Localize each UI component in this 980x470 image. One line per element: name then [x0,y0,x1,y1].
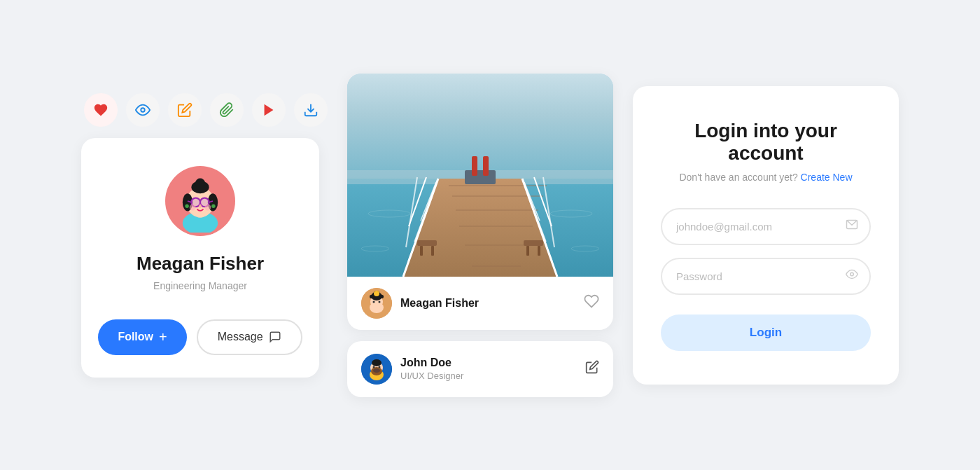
main-container: Meagan Fisher Engineering Manager Follow… [0,46,980,425]
message-button[interactable]: Message [197,319,302,355]
svg-rect-49 [417,240,437,246]
email-input[interactable] [661,208,871,245]
login-panel: Login into your account Don't have an ac… [633,86,899,385]
svg-point-18 [190,204,196,210]
photo-avatar [361,288,392,319]
svg-rect-48 [483,156,489,176]
pencil-button[interactable] [168,93,202,127]
plus-icon: + [159,329,167,345]
message-icon [269,331,281,343]
svg-point-8 [195,178,205,188]
login-label: Login [750,326,782,339]
svg-point-21 [185,204,188,207]
play-button[interactable] [252,93,286,127]
follow-button[interactable]: Follow + [98,319,186,355]
svg-point-72 [372,359,382,366]
svg-point-20 [199,204,202,207]
profile-card: Meagan Fisher Engineering Manager Follow… [81,138,319,378]
login-button[interactable]: Login [661,315,871,351]
svg-point-74 [379,366,381,368]
svg-rect-23 [347,74,613,179]
svg-point-67 [379,300,381,303]
password-eye-icon [846,268,858,284]
password-input[interactable] [661,258,871,295]
svg-rect-54 [538,246,540,256]
profile-actions: Follow + Message [104,319,297,355]
login-subtitle: Don't have an account yet? Create New [661,172,871,183]
svg-point-75 [373,368,380,373]
user-card-title: UI/UX Designer [400,371,463,381]
svg-rect-50 [420,246,423,256]
svg-rect-47 [472,156,477,176]
message-label: Message [218,331,263,343]
svg-point-22 [211,204,215,207]
email-group [661,208,871,245]
svg-point-0 [141,108,145,112]
icon-toolbar [81,93,328,127]
user-card-avatar [361,354,392,385]
avatar [165,166,235,236]
svg-marker-1 [265,104,274,116]
email-icon [846,219,858,235]
photo-heart-button[interactable] [584,293,599,313]
user-card-text: John Doe UI/UX Designer [400,357,463,381]
download-button[interactable] [294,93,328,127]
follow-label: Follow [118,331,153,343]
user-card-info: John Doe UI/UX Designer [361,354,463,385]
heart-button[interactable] [84,93,118,127]
profile-name: Meagan Fisher [136,253,264,275]
user-card-edit-button[interactable] [585,360,599,378]
svg-point-19 [204,204,211,210]
svg-point-66 [373,300,375,303]
photo-user-name: Meagan Fisher [400,297,479,310]
profile-title: Engineering Manager [153,280,247,291]
pier-image [347,74,613,277]
svg-point-65 [374,291,379,296]
svg-point-77 [850,272,854,276]
photo-user-info: Meagan Fisher [361,288,479,319]
left-panel: Meagan Fisher Engineering Manager Follow… [81,93,328,378]
create-new-link[interactable]: Create New [801,172,853,183]
paperclip-button[interactable] [210,93,244,127]
user-card: John Doe UI/UX Designer [347,341,613,397]
photo-card: Meagan Fisher [347,74,613,330]
svg-point-73 [373,366,375,368]
eye-button[interactable] [126,93,160,127]
svg-rect-46 [465,170,496,184]
photo-footer: Meagan Fisher [347,277,613,330]
svg-rect-51 [431,246,434,256]
login-subtitle-text: Don't have an account yet? [679,172,797,183]
middle-panel: Meagan Fisher [347,74,613,397]
user-card-name: John Doe [400,357,463,369]
svg-rect-52 [524,240,543,246]
svg-rect-53 [526,246,529,256]
login-title: Login into your account [661,120,871,165]
password-group [661,258,871,295]
